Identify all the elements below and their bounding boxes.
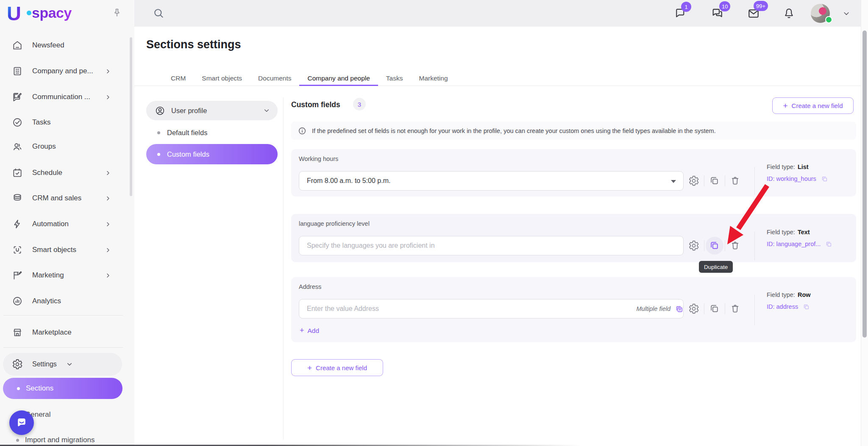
field-settings-button[interactable] (688, 240, 699, 251)
create-new-field-button-top[interactable]: + Create a new field (772, 97, 854, 114)
section-title: Custom fields (291, 100, 340, 109)
delete-field-button[interactable] (730, 240, 741, 251)
field-type-line: Field type: Row (767, 291, 811, 298)
field-actions (684, 299, 746, 319)
bullet-icon (157, 153, 160, 156)
sidebar-item-label: Import and migrations (25, 436, 95, 444)
tab-smart-objects[interactable]: Smart objects (194, 71, 250, 86)
duplicate-field-button-hovered[interactable] (706, 237, 723, 255)
user-profile-icon (155, 105, 165, 116)
logo-text: spacy (32, 5, 72, 21)
plus-icon: + (300, 326, 304, 335)
field-id-line[interactable]: ID: working_hours (767, 175, 828, 183)
copy-id-icon[interactable] (821, 175, 828, 183)
tabs-bar: CRM Smart objects Documents Company and … (163, 71, 456, 86)
page-scrollbar-thumb[interactable] (862, 30, 867, 338)
sidebar-item-groups[interactable]: Groups (0, 134, 127, 159)
bullet-icon (17, 387, 20, 390)
delete-field-button[interactable] (730, 303, 741, 314)
bullet-icon (16, 439, 19, 442)
sidebar-item-company-and-people[interactable]: Company and pe... (0, 58, 127, 84)
sidebar-item-newsfeed[interactable]: Newsfeed (0, 33, 127, 58)
field-settings-button[interactable] (688, 303, 699, 314)
marketplace-icon (12, 327, 23, 338)
sidebar-item-analytics[interactable]: Analytics (0, 288, 127, 314)
sidebar-item-crm-and-sales[interactable]: CRM and sales (0, 186, 127, 211)
field-card-language-proficiency: language proficiency level Field type: T… (291, 214, 856, 262)
chevron-down-icon (263, 107, 270, 114)
delete-field-button[interactable] (730, 175, 741, 186)
uspacy-logo[interactable]: U spacy (7, 1, 108, 26)
field-meta: Field type: List ID: working_hours (767, 149, 828, 197)
nav-item-custom-fields[interactable]: Custom fields (146, 144, 278, 164)
language-proficiency-input[interactable] (299, 236, 684, 255)
tab-crm[interactable]: CRM (163, 71, 194, 86)
field-settings-button[interactable] (688, 175, 699, 186)
sidebar-item-sections[interactable]: Sections (3, 378, 122, 399)
action-divider (725, 303, 725, 314)
action-divider (704, 303, 704, 314)
support-chat-launcher[interactable] (9, 410, 34, 435)
action-divider (704, 175, 704, 186)
pin-sidebar-icon[interactable] (112, 8, 122, 18)
nav-item-default-fields[interactable]: Default fields (146, 125, 278, 140)
smart-objects-icon (12, 244, 23, 255)
chevron-right-icon (105, 68, 111, 75)
profile-section-dropdown[interactable]: User profile (146, 101, 278, 120)
chevron-down-icon[interactable] (843, 10, 850, 17)
sidebar-item-label: Analytics (32, 297, 61, 305)
sidebar-item-label: Marketing (32, 271, 64, 280)
plus-icon: + (307, 364, 312, 372)
create-button-label: Create a new field (316, 364, 367, 371)
sidebar-item-marketplace[interactable]: Marketplace (0, 320, 127, 345)
bell-icon[interactable] (782, 7, 796, 20)
sidebar-item-communication[interactable]: Communication ... (0, 84, 127, 110)
content-vertical-divider (283, 97, 284, 440)
card-divider (754, 295, 755, 325)
duplicate-field-button[interactable] (709, 175, 720, 186)
chat-bubble-icon (16, 417, 28, 429)
schedule-icon (12, 167, 23, 178)
tasks-icon (12, 117, 23, 128)
field-id-line[interactable]: ID: address (767, 303, 811, 310)
field-label: Address (299, 283, 321, 290)
sidebar-item-schedule[interactable]: Schedule (0, 160, 127, 186)
tab-company-and-people[interactable]: Company and people (299, 71, 378, 86)
tab-documents[interactable]: Documents (250, 71, 299, 86)
add-value-button[interactable]: + Add (300, 326, 319, 335)
profile-dropdown-label: User profile (171, 107, 207, 115)
mail-badge: 99+ (754, 1, 768, 11)
sidebar-item-settings[interactable]: Settings (3, 353, 122, 376)
search-icon[interactable] (153, 7, 164, 19)
tab-tasks[interactable]: Tasks (378, 71, 411, 86)
field-card-working-hours: Working hours From 8.00 a.m. to 5:00 p.m… (291, 149, 856, 197)
sidebar-item-label: Schedule (32, 169, 62, 177)
action-divider (725, 175, 725, 186)
duplicate-field-button[interactable] (709, 303, 720, 314)
sidebar-item-import-and-migrations[interactable]: Import and migrations (0, 433, 127, 446)
sidebar-item-automation[interactable]: Automation (0, 211, 127, 237)
sidebar-item-label: Communication ... (32, 93, 90, 101)
field-card-address: Address Multiple field Field type: Row I… (291, 277, 856, 342)
working-hours-select[interactable]: From 8.00 a.m. to 5:00 p.m. (299, 171, 684, 191)
create-new-field-button-bottom[interactable]: + Create a new field (291, 359, 383, 376)
copy-id-icon[interactable] (825, 241, 832, 248)
tab-marketing[interactable]: Marketing (411, 71, 456, 86)
marketing-icon (12, 270, 23, 281)
copy-id-icon[interactable] (803, 303, 810, 310)
sidebar-scrollbar[interactable] (130, 37, 132, 196)
sidebar-item-label: Sections (26, 384, 53, 393)
field-actions (684, 236, 746, 255)
sidebar-item-smart-objects[interactable]: Smart objects (0, 237, 127, 263)
sidebar-item-label: Automation (32, 220, 69, 228)
sidebar-item-label: Company and pe... (32, 67, 93, 75)
chevron-down-icon (66, 361, 73, 368)
sidebar: U spacy Newsfeed Company and pe... Commu… (0, 0, 134, 446)
field-id-line[interactable]: ID: language_prof... (767, 241, 832, 248)
bullet-icon (157, 131, 160, 134)
card-divider (754, 232, 755, 260)
sidebar-item-marketing[interactable]: Marketing (0, 263, 127, 288)
sidebar-item-tasks[interactable]: Tasks (0, 110, 127, 135)
sidebar-item-label: Tasks (32, 118, 50, 127)
dropdown-caret-icon (671, 180, 676, 183)
